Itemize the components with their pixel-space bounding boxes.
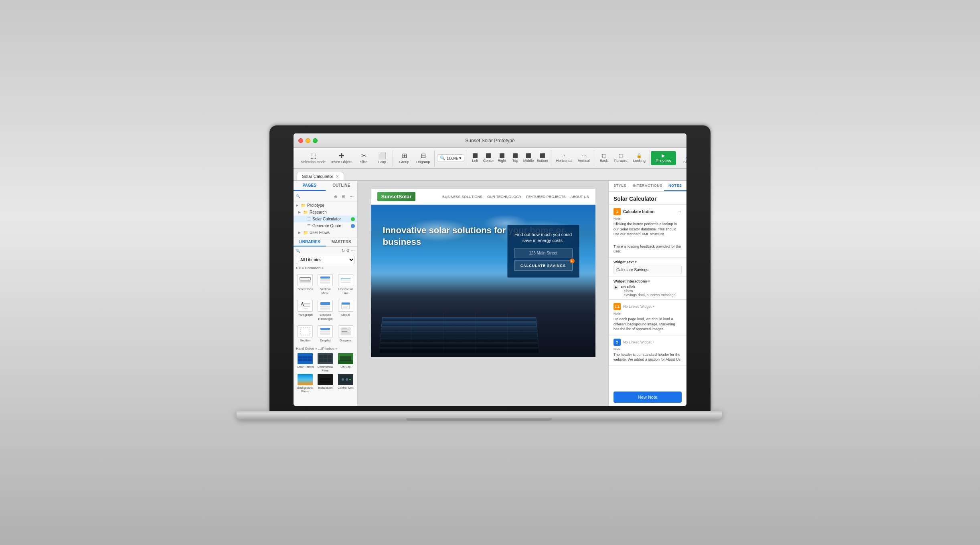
widget-paragraph[interactable]: A Paragraph — [296, 298, 314, 322]
share-button[interactable]: ☁ Share — [681, 151, 686, 165]
minimize-button[interactable] — [306, 138, 310, 143]
close-button[interactable] — [298, 138, 303, 143]
slice-button[interactable]: ✂ Slice — [355, 151, 373, 165]
distribute-vertical-button[interactable]: ⋯ Vertical — [575, 152, 592, 164]
widget-section[interactable]: Section — [296, 324, 314, 344]
back-button[interactable]: ⬚ Back — [597, 152, 611, 164]
photo-background[interactable]: Background Photo — [296, 374, 314, 393]
align-bottom-button[interactable]: ⬛ Bottom — [535, 153, 549, 164]
svg-point-45 — [342, 378, 344, 381]
photo-installation[interactable]: Installation — [316, 374, 334, 393]
lib-refresh-icon[interactable]: ↻ — [342, 248, 345, 253]
svg-rect-21 — [320, 333, 330, 335]
widget-horizontal-line[interactable]: Horizontal Line — [336, 272, 355, 297]
widget-horizontal-line-icon — [338, 274, 353, 286]
note-1: 1 Calculate button → Note Clicking the b… — [609, 205, 686, 258]
status-badge-green — [351, 217, 355, 221]
photo-on-site[interactable]: On Site — [336, 353, 355, 372]
align-center-button[interactable]: ⬛ Center — [482, 153, 495, 164]
tree-item-solar-calculator[interactable]: ☰ Solar Calculator — [294, 216, 357, 222]
locking-button[interactable]: 🔒 Locking — [631, 152, 648, 164]
tree-item-generate-quote[interactable]: ☰ Generate Quote — [294, 222, 357, 229]
cta-button-label: CALCULATE SAVINGS — [520, 264, 566, 268]
lib-settings-icon[interactable]: ⚙ — [346, 248, 350, 253]
new-note-button[interactable]: New Note — [614, 392, 682, 403]
interactions-tab[interactable]: INTERACTIONS — [631, 181, 664, 191]
selection-icon: ⬚ — [310, 153, 316, 159]
widget-label: Horizontal Line — [337, 287, 354, 295]
note-1-1: 1.1 No Linked Widget + Note On each page… — [609, 300, 686, 335]
calculate-savings-button[interactable]: CALCULATE SAVINGS 1 — [514, 260, 573, 271]
laptop-container: Sunset Solar Prototype ⬚ Selection Mode … — [269, 125, 711, 420]
solar-calculator-tab[interactable]: Solar Calculator ✕ — [297, 172, 344, 180]
widget-modal[interactable]: Modal — [336, 298, 355, 322]
tree-item-user-flows[interactable]: ▶ 📁 User Flows — [294, 229, 357, 236]
notes-tab[interactable]: NOTES — [664, 181, 686, 191]
preview-button[interactable]: ▶ Preview — [651, 151, 676, 165]
align-right-button[interactable]: ⬛ Right — [496, 153, 508, 164]
photo-solar-panels[interactable]: Solar Panels — [296, 353, 314, 372]
more-options-button[interactable]: ⋯ — [348, 193, 355, 200]
note-2-no-linked[interactable]: No Linked Widget + — [623, 340, 655, 344]
align-right-icon: ⬛ — [499, 153, 505, 158]
canvas-area[interactable]: SunsetSolar BUSINESS SOLUTIONS OUR TECHN… — [358, 181, 608, 406]
note-1-1-no-linked[interactable]: No Linked Widget + — [623, 305, 655, 309]
widget-vertical-menu[interactable]: Vertical Menu — [316, 272, 334, 297]
note-1-link-arrow[interactable]: → — [677, 209, 682, 214]
dist-h-icon: ⋮ — [562, 153, 567, 158]
sidebar-page-tabs: PAGES OUTLINE — [294, 181, 357, 191]
grid-view-button[interactable]: ⊞ — [340, 193, 347, 200]
nav-technology: OUR TECHNOLOGY — [487, 195, 521, 199]
photo-commercial-panel[interactable]: Commercial Panel — [316, 353, 334, 372]
widget-select-box[interactable]: Select Box — [296, 272, 314, 297]
photo-control-unit[interactable]: Control Unit — [336, 374, 355, 393]
outline-tab[interactable]: OUTLINE — [326, 181, 358, 191]
masters-tab[interactable]: MASTERS — [326, 238, 358, 246]
widget-modal-icon — [338, 300, 353, 312]
solar-panels-thumb — [298, 353, 313, 364]
back-icon: ⬚ — [602, 153, 606, 158]
zoom-control[interactable]: 🔍 100% ▾ — [437, 154, 464, 162]
forward-button[interactable]: ⬚ Forward — [612, 152, 630, 164]
cta-text: Find out how much you could save in ener… — [514, 232, 573, 244]
sidebar: PAGES OUTLINE 🔍 ⊕ ⊞ ⋯ — [294, 181, 358, 406]
libraries-tab[interactable]: LIBRARIES — [294, 238, 326, 246]
insert-object-button[interactable]: ✚ Insert Object — [329, 151, 354, 165]
align-left-button[interactable]: ⬛ Left — [469, 153, 482, 164]
style-tab[interactable]: STYLE — [609, 181, 631, 191]
nav-projects: FEATURED PROJECTS — [526, 195, 565, 199]
tree-item-prototype[interactable]: ▶ 📁 Prototype — [294, 202, 357, 209]
maximize-button[interactable] — [313, 138, 318, 143]
lib-search-input[interactable] — [302, 248, 340, 253]
all-libraries-select[interactable]: All Libraries — [296, 256, 355, 264]
note-1-1-header: 1.1 No Linked Widget + — [614, 303, 682, 310]
note-1-1-text: On each page load, we should load a diff… — [614, 317, 682, 332]
widget-drawers[interactable]: Drawers — [336, 324, 355, 344]
pages-tab[interactable]: PAGES — [294, 181, 326, 191]
search-input[interactable] — [302, 194, 331, 199]
nav-about: ABOUT US — [571, 195, 589, 199]
tree-item-research[interactable]: ▶ 📁 Research — [294, 209, 357, 216]
lib-controls: ↻ ⚙ ⋯ — [342, 248, 355, 253]
align-middle-button[interactable]: ⬛ Middle — [522, 153, 535, 164]
selection-mode-button[interactable]: ⬚ Selection Mode — [298, 151, 328, 165]
note-2: 2 No Linked Widget + Note The header is … — [609, 335, 686, 366]
tree-label: Prototype — [307, 203, 324, 208]
widget-stacked-rectangle[interactable]: Stacked Rectangle — [316, 298, 334, 322]
align-top-button[interactable]: ⬛ Top — [509, 153, 522, 164]
add-page-button[interactable]: ⊕ — [332, 193, 339, 200]
distribute-horizontal-button[interactable]: ⋮ Horizontal — [554, 152, 575, 164]
panel-field — [371, 285, 595, 357]
dist-group: ⋮ Horizontal ⋯ Vertical — [552, 150, 594, 166]
ungroup-button[interactable]: ⊟ Ungroup — [414, 151, 433, 165]
address-input[interactable] — [514, 248, 573, 258]
tab-close-icon[interactable]: ✕ — [336, 174, 339, 179]
control-unit-thumb — [338, 374, 353, 385]
panel-page-title: Solar Calculator — [609, 192, 686, 205]
svg-rect-12 — [320, 306, 330, 307]
note-2-text: The header is our standard header for th… — [614, 352, 682, 362]
lib-more-icon[interactable]: ⋯ — [351, 248, 355, 253]
widget-droplist[interactable]: Droplist — [316, 324, 334, 344]
group-button[interactable]: ⊞ Group — [395, 151, 413, 165]
crop-button[interactable]: ⬜ Crop — [373, 151, 391, 165]
